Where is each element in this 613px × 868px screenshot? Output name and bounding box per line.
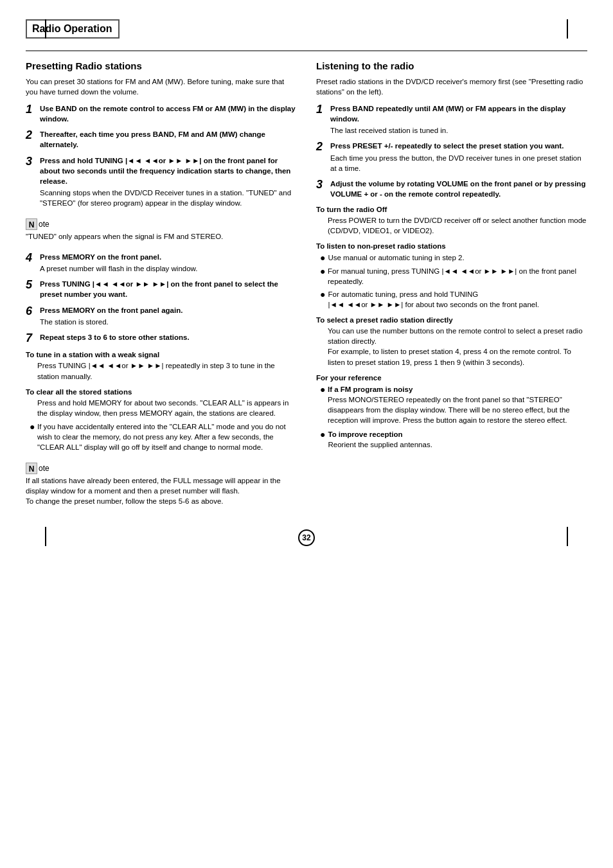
step-4-subtext: A preset number will flash in the displa… xyxy=(40,263,297,274)
clear-all-text: Press and hold MEMORY for about two seco… xyxy=(37,398,297,418)
note-box-1: Note "TUNED" only appears when the signa… xyxy=(26,215,297,245)
note-icon-1: Note xyxy=(26,218,297,230)
step-4-text: Press MEMORY on the front panel. xyxy=(40,253,161,261)
reference-bullet-fm-noisy: ● If a FM program is noisy Press MONO/ST… xyxy=(320,384,587,425)
select-preset-section: To select a preset radio station directl… xyxy=(316,316,587,367)
section-divider xyxy=(26,50,587,51)
reception-text: Reorient the supplied antennas. xyxy=(328,441,432,448)
left-col-title: Presetting Radio stations xyxy=(26,60,297,71)
reference-bullets: ● If a FM program is noisy Press MONO/ST… xyxy=(320,384,587,450)
fm-noisy-text: Press MONO/STEREO repeatedly on the fron… xyxy=(328,396,570,424)
reference-bullet-reception-content: To improve reception Reorient the suppli… xyxy=(328,429,432,450)
two-col-layout: Presetting Radio stations You can preset… xyxy=(26,60,587,517)
np-bullet-dot-1: ● xyxy=(320,252,325,263)
step-6-number: 6 xyxy=(26,305,37,318)
step-1-content: Use BAND on the remote control to access… xyxy=(40,103,297,124)
step-2: 2 Thereafter, each time you press BAND, … xyxy=(26,129,297,150)
right-step-2-content: Press PRESET +/- repeatedly to select th… xyxy=(330,141,587,173)
non-preset-bullets: ● Use manual or automatic tuning in step… xyxy=(320,252,587,310)
weak-signal-heading: To tune in a station with a weak signal xyxy=(26,351,297,359)
right-column: Listening to the radio Preset radio stat… xyxy=(316,60,587,517)
reference-bullet-fm-noisy-content: If a FM program is noisy Press MONO/STER… xyxy=(328,384,587,425)
step-7-number: 7 xyxy=(26,332,37,345)
fm-noisy-title: If a FM program is noisy xyxy=(328,385,413,393)
step-1-text: Use BAND on the remote control to access… xyxy=(40,105,296,123)
corner-line-bl xyxy=(45,527,46,546)
ref-bullet-dot-1: ● xyxy=(320,384,325,395)
right-step-1: 1 Press BAND repeatedly until AM (MW) or… xyxy=(316,103,587,136)
step-5-content: Press TUNING |◄◄ ◄◄or ►► ►►| on the fron… xyxy=(40,279,297,299)
radio-off-text: Press POWER to turn the DVD/CD receiver … xyxy=(328,215,587,236)
step-2-content: Thereafter, each time you press BAND, FM… xyxy=(40,129,297,150)
clear-all-heading: To clear all the stored stations xyxy=(26,388,297,396)
right-step-3-content: Adjust the volume by rotating VOLUME on … xyxy=(330,179,587,199)
note-text-2: If all stations have already been entere… xyxy=(26,475,297,506)
reception-title: To improve reception xyxy=(328,430,402,438)
right-step-1-content: Press BAND repeatedly until AM (MW) or F… xyxy=(330,103,587,136)
step-2-text: Thereafter, each time you press BAND, FM… xyxy=(40,130,265,148)
section-title: Radio Operation xyxy=(32,23,112,35)
left-column: Presetting Radio stations You can preset… xyxy=(26,60,297,517)
note-label-2: ote xyxy=(39,464,49,473)
select-preset-text: You can use the number buttons on the re… xyxy=(328,326,587,367)
right-step-3-number: 3 xyxy=(316,179,328,191)
step-6-content: Press MEMORY on the front panel again. T… xyxy=(40,305,297,327)
non-preset-bullet-2: ● For manual tuning, press TUNING |◄◄ ◄◄… xyxy=(320,266,587,287)
note-n-icon-2: N xyxy=(26,463,37,474)
section-header-box: Radio Operation xyxy=(26,19,120,39)
right-col-intro: Preset radio stations in the DVD/CD rece… xyxy=(316,76,587,97)
right-step-1-number: 1 xyxy=(316,103,328,116)
step-4-number: 4 xyxy=(26,252,37,265)
step-4-content: Press MEMORY on the front panel. A prese… xyxy=(40,252,297,274)
right-step-1-subtext: The last received station is tuned in. xyxy=(330,125,587,136)
step-4: 4 Press MEMORY on the front panel. A pre… xyxy=(26,252,297,274)
clear-all-bullets: ● If you have accidentally entered into … xyxy=(30,421,297,452)
weak-signal-text: Press TUNING |◄◄ ◄◄or ►► ►►| repeatedly … xyxy=(37,360,297,381)
step-5: 5 Press TUNING |◄◄ ◄◄or ►► ►►| on the fr… xyxy=(26,279,297,299)
page-container: Radio Operation Presetting Radio station… xyxy=(26,19,587,546)
clear-all-section: To clear all the stored stations Press a… xyxy=(26,388,297,452)
corner-line-tr xyxy=(567,19,568,39)
right-step-2: 2 Press PRESET +/- repeatedly to select … xyxy=(316,141,587,173)
left-col-intro: You can preset 30 stations for FM and AM… xyxy=(26,76,297,97)
step-5-number: 5 xyxy=(26,279,37,292)
corner-line-tl xyxy=(45,19,46,39)
step-3-subtext: Scanning stops when the DVD/CD Receiver … xyxy=(40,188,297,208)
weak-signal-section: To tune in a station with a weak signal … xyxy=(26,351,297,381)
radio-off-heading: To turn the radio Off xyxy=(316,206,587,213)
note-n-icon-1: N xyxy=(26,218,37,230)
step-3-content: Press and hold TUNING |◄◄ ◄◄or ►► ►►| on… xyxy=(40,155,297,208)
corner-line-br xyxy=(567,527,568,546)
select-preset-heading: To select a preset radio station directl… xyxy=(316,316,587,324)
right-step-2-text: Press PRESET +/- repeatedly to select th… xyxy=(330,142,564,150)
reference-section: For your reference ● If a FM program is … xyxy=(316,374,587,450)
step-7: 7 Repeat steps 3 to 6 to store other sta… xyxy=(26,332,297,345)
note-label-1: ote xyxy=(39,220,49,229)
non-preset-bullet-3-text: For automatic tuning, press and hold TUN… xyxy=(328,289,538,310)
right-step-3-text: Adjust the volume by rotating VOLUME on … xyxy=(330,180,585,198)
note-icon-2: Note xyxy=(26,463,297,474)
ref-bullet-dot-2: ● xyxy=(320,429,325,440)
step-3-number: 3 xyxy=(26,155,37,168)
clear-all-bullet-1-text: If you have accidentally entered into th… xyxy=(37,421,297,452)
step-3-text: Press and hold TUNING |◄◄ ◄◄or ►► ►►| on… xyxy=(40,157,290,185)
step-1: 1 Use BAND on the remote control to acce… xyxy=(26,103,297,124)
right-step-2-subtext: Each time you press the button, the DVD … xyxy=(330,153,587,173)
step-6: 6 Press MEMORY on the front panel again.… xyxy=(26,305,297,327)
step-7-content: Repeat steps 3 to 6 to store other stati… xyxy=(40,332,297,342)
non-preset-bullet-3: ● For automatic tuning, press and hold T… xyxy=(320,289,587,310)
non-preset-bullet-1-text: Use manual or automatic tuning in step 2… xyxy=(328,252,464,263)
page-number: 32 xyxy=(298,529,315,546)
right-col-title: Listening to the radio xyxy=(316,60,587,71)
non-preset-bullet-2-text: For manual tuning, press TUNING |◄◄ ◄◄or… xyxy=(328,266,587,287)
step-6-subtext: The station is stored. xyxy=(40,317,297,327)
step-5-text: Press TUNING |◄◄ ◄◄or ►► ►►| on the fron… xyxy=(40,280,278,298)
bullet-dot-1: ● xyxy=(30,421,35,432)
radio-off-section: To turn the radio Off Press POWER to tur… xyxy=(316,206,587,236)
note-box-2: Note If all stations have already been e… xyxy=(26,459,297,510)
step-7-text: Repeat steps 3 to 6 to store other stati… xyxy=(40,333,190,341)
step-2-number: 2 xyxy=(26,129,37,142)
step-3: 3 Press and hold TUNING |◄◄ ◄◄or ►► ►►| … xyxy=(26,155,297,208)
clear-all-bullet-1: ● If you have accidentally entered into … xyxy=(30,421,297,452)
page-number-container: 32 xyxy=(26,529,587,546)
